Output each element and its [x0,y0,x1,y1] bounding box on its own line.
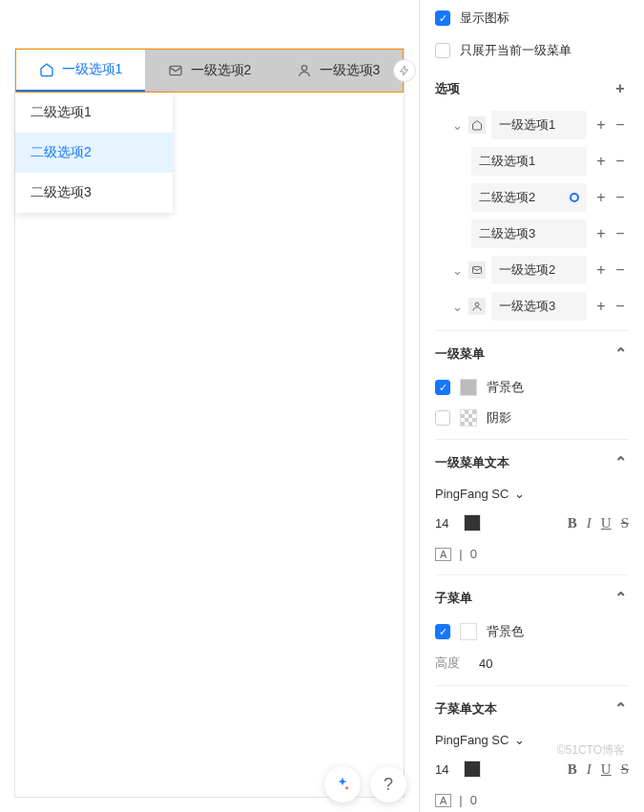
submenu-item-3[interactable]: 二级选项3 [15,173,173,213]
remove-button[interactable]: − [612,261,629,279]
fab-row: ? [324,766,406,802]
add-child-button[interactable]: + [592,261,610,279]
tree-item-l2-2: 二级选项2 +− [435,179,629,216]
collapse-button[interactable]: ⌃ [612,453,629,471]
add-child-button[interactable]: + [592,189,610,206]
tree-label-input[interactable]: 二级选项2 [471,183,587,212]
bg-swatch[interactable] [460,379,477,396]
add-option-button[interactable]: + [612,80,629,97]
height-input[interactable]: 40 [479,656,492,671]
level1-title: 一级菜单 [435,345,485,363]
strike-button[interactable]: S [621,761,629,778]
tab-item-2[interactable]: 一级选项2 [145,50,274,92]
font-select[interactable]: PingFang SC ⌄ [435,481,629,507]
italic-button[interactable]: I [587,761,592,778]
add-child-button[interactable]: + [592,298,610,315]
mail-icon [471,264,483,276]
sub-spacing-row: A | 0 [435,785,629,812]
caret-down-icon[interactable]: ⌄ [452,263,463,278]
remove-button[interactable]: − [612,225,629,242]
sub-spacing-input[interactable]: 0 [470,793,477,807]
sub-text-color-swatch[interactable] [464,760,481,778]
tab-label: 一级选项2 [191,62,252,79]
add-child-button[interactable]: + [592,153,610,170]
italic-button[interactable]: I [587,515,592,531]
horizontal-menu: 一级选项1 一级选项2 一级选项3 [15,49,404,93]
collapse-button[interactable]: ⌃ [612,589,629,607]
letter-spacing-icon: A [435,794,451,807]
lightning-button[interactable] [393,59,416,82]
remove-button[interactable]: − [612,153,629,170]
expand-current-checkbox[interactable] [435,43,450,58]
collapse-button[interactable]: ⌃ [612,699,629,718]
ai-fab[interactable] [324,766,361,802]
sub-bg-row: 背景色 [435,616,629,647]
remove-button[interactable]: − [612,189,629,206]
submenu-item-2[interactable]: 二级选项2 [15,133,173,173]
tab-item-3[interactable]: 一级选项3 [274,50,403,92]
home-icon [471,119,483,131]
home-icon [39,62,54,77]
shadow-label: 阴影 [487,409,511,427]
underline-button[interactable]: U [601,761,612,778]
caret-down-icon[interactable]: ⌄ [452,300,463,314]
letter-spacing-icon: A [435,548,451,561]
svg-point-1 [301,66,306,71]
spacing-input[interactable]: 0 [470,547,477,561]
tree-item-l2-1: 二级选项1 +− [435,143,629,179]
canvas-area: 一级选项1 一级选项2 一级选项3 二级选项1 二级选项2 二级选项3 [0,0,419,812]
sub-bg-checkbox[interactable] [435,624,450,639]
icon-picker[interactable] [468,116,486,134]
tree-label-input[interactable]: 二级选项3 [471,219,587,248]
expand-current-label: 只展开当前一级菜单 [460,42,571,59]
shadow-checkbox[interactable] [435,410,450,426]
tree-label-input[interactable]: 一级选项2 [491,256,587,284]
selected-radio-icon [570,193,579,202]
sub-font-size-input[interactable]: 14 [435,762,448,777]
font-size-input[interactable]: 14 [435,516,448,531]
add-child-button[interactable]: + [592,116,610,134]
expand-current-row: 只展开当前一级菜单 [435,34,629,67]
options-title: 选项 [435,80,460,97]
shadow-swatch[interactable] [460,409,477,427]
submenu-item-1[interactable]: 二级选项1 [15,93,173,133]
remove-button[interactable]: − [612,116,629,134]
tab-item-1[interactable]: 一级选项1 [16,50,145,92]
user-icon [297,63,312,78]
bg-checkbox[interactable] [435,380,450,395]
remove-button[interactable]: − [612,298,629,315]
tree-label-input[interactable]: 二级选项1 [471,147,587,176]
sub-bg-swatch[interactable] [460,623,477,640]
tree-label-input[interactable]: 一级选项3 [491,292,587,321]
tree-label-input[interactable]: 一级选项1 [491,111,587,139]
sub-font-name: PingFang SC [435,733,509,747]
height-row: 高度 40 [435,647,629,679]
svg-point-3 [475,302,479,306]
sub-bg-label: 背景色 [487,623,524,640]
user-icon [471,301,483,312]
underline-button[interactable]: U [601,515,612,531]
add-child-button[interactable]: + [592,225,610,242]
bg-label: 背景色 [487,379,524,396]
tree-item-l1-2: ⌄ 一级选项2 +− [435,252,629,288]
level1-section-head: 一级菜单 ⌃ [435,330,629,372]
sub-text-title: 子菜单文本 [435,700,497,718]
caret-down-icon[interactable]: ⌄ [452,118,463,133]
collapse-button[interactable]: ⌃ [612,344,629,363]
icon-picker[interactable] [468,261,486,279]
height-label: 高度 [435,655,460,672]
show-icon-checkbox[interactable] [435,10,450,26]
sparkle-icon [334,776,351,793]
strike-button[interactable]: S [621,515,629,531]
text-color-swatch[interactable] [464,514,481,531]
help-fab[interactable]: ? [370,766,406,802]
bold-button[interactable]: B [568,761,577,778]
level1-text-title: 一级菜单文本 [435,454,509,471]
shadow-row: 阴影 [435,403,629,433]
bold-button[interactable]: B [568,515,577,531]
font-name: PingFang SC [435,487,509,501]
icon-picker[interactable] [468,298,486,315]
watermark: ©51CTO博客 [557,742,625,759]
text-style-row: 14 B I U S [435,507,629,539]
show-icon-row: 显示图标 [435,2,629,34]
